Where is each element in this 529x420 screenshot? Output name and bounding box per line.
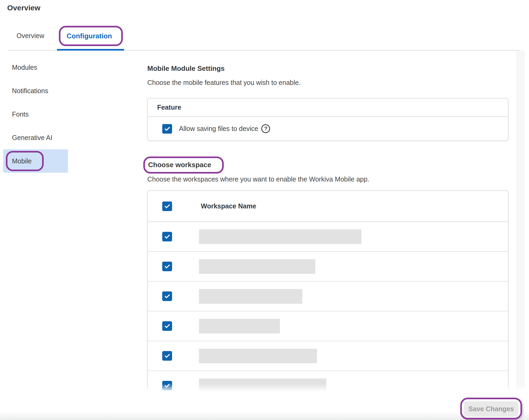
sidebar-item-label: Generative AI	[12, 134, 52, 142]
workspace-row-checkbox[interactable]	[162, 291, 172, 301]
checkmark-icon	[164, 203, 171, 210]
workspace-row	[148, 311, 508, 341]
checkmark-icon	[164, 352, 171, 359]
workspace-name-redacted-bar	[199, 259, 315, 274]
sidebar-item-label: Modules	[12, 64, 37, 71]
admin-settings-page: Overview Overview Configuration Modules …	[0, 0, 529, 420]
sidebar-item-label: Fonts	[12, 110, 29, 118]
checkmark-icon	[164, 263, 171, 270]
feature-table: Feature Allow saving files to device ?	[147, 98, 508, 141]
checkmark-icon	[164, 323, 171, 330]
save-changes-button[interactable]: Save Changes	[464, 401, 518, 416]
sidebar-item-fonts[interactable]: Fonts	[3, 102, 68, 126]
workspace-row	[148, 341, 508, 371]
workspace-row	[148, 222, 508, 252]
allow-saving-checkbox[interactable]	[162, 124, 172, 134]
choose-workspace-heading: Choose workspace	[148, 161, 211, 169]
checkmark-icon	[164, 125, 171, 132]
sidebar-item-mobile[interactable]: Mobile	[3, 149, 68, 173]
sidebar-item-generative-ai[interactable]: Generative AI	[3, 126, 68, 149]
workspace-name-column-header: Workspace Name	[201, 202, 256, 210]
checkmark-icon	[164, 233, 171, 240]
checkmark-icon	[164, 293, 171, 300]
page-title: Overview	[7, 4, 40, 12]
allow-saving-label: Allow saving files to device	[179, 125, 258, 133]
footer-bar	[0, 384, 529, 420]
workspace-row	[148, 282, 508, 311]
feature-row: Allow saving files to device ?	[148, 117, 508, 141]
workspace-table-header: Workspace Name	[148, 191, 508, 222]
sidebar-item-label: Mobile	[12, 157, 32, 165]
workspace-name-redacted-bar	[199, 349, 317, 363]
vertical-scrollbar[interactable]	[517, 51, 524, 390]
select-all-checkbox[interactable]	[162, 201, 172, 211]
workspace-table-body	[148, 222, 508, 401]
workspace-row-checkbox[interactable]	[162, 351, 172, 361]
workspace-name-redacted-bar	[199, 289, 302, 304]
workspace-row-checkbox[interactable]	[162, 232, 172, 241]
workspace-row-checkbox[interactable]	[162, 321, 172, 331]
workspace-name-redacted-bar	[199, 319, 280, 333]
workspace-row-checkbox[interactable]	[162, 262, 172, 271]
sidebar-item-label: Notifications	[12, 87, 48, 95]
tab-configuration[interactable]: Configuration	[67, 32, 112, 40]
mobile-settings-heading: Mobile Module Settings	[147, 64, 225, 73]
sidebar-item-modules[interactable]: Modules	[3, 56, 68, 79]
mobile-settings-description: Choose the mobile features that you wish…	[147, 79, 300, 87]
tab-overview[interactable]: Overview	[17, 32, 44, 40]
workspace-name-redacted-bar	[199, 229, 361, 244]
workspace-row	[148, 252, 508, 282]
feature-table-header: Feature	[148, 98, 508, 117]
feature-column-label: Feature	[157, 104, 181, 111]
choose-workspace-description: Choose the workspaces where you want to …	[147, 175, 369, 183]
sidebar-item-notifications[interactable]: Notifications	[3, 79, 68, 102]
help-question-icon[interactable]: ?	[261, 124, 270, 133]
active-tab-indicator	[57, 49, 124, 51]
